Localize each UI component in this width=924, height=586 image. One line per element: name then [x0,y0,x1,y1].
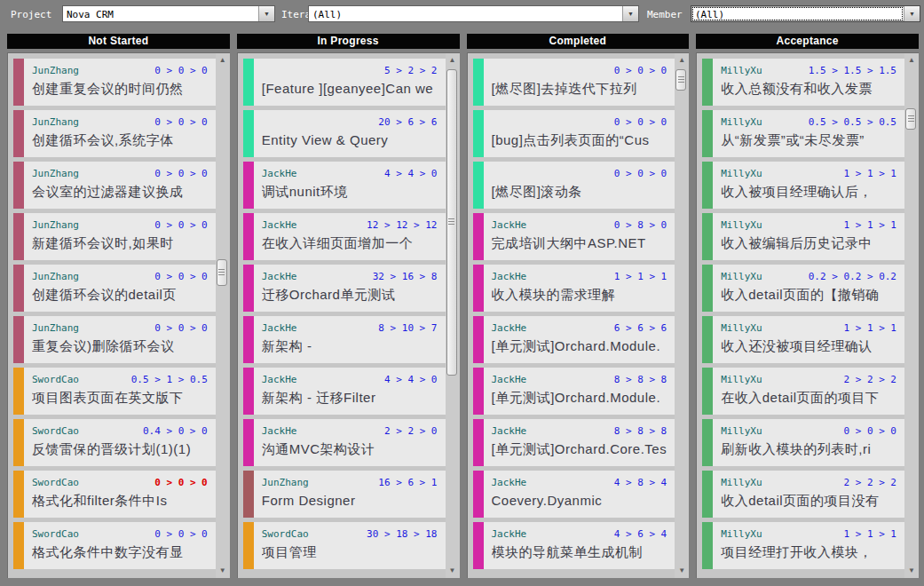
kanban-card[interactable]: SwordCao 0 > 0 > 0 格式化条件中数字没有显 [13,522,216,569]
kanban-card[interactable]: MillyXu 0.5 > 0.5 > 0.5 从“新发票”或“未尽发票” [702,110,904,157]
column-scrollbar[interactable]: ▲▼ [904,53,919,578]
card-assignee: JackHe [262,374,297,385]
scroll-down-arrow-icon[interactable]: ▼ [446,566,460,576]
scroll-down-arrow-icon[interactable]: ▼ [216,566,230,576]
kanban-card[interactable]: JackHe 4 > 8 > 4 Coevery.Dyanmic [473,471,675,518]
card-priority-stripe [702,59,713,106]
card-title: [bug]点击列表页面的“Cus [492,132,667,149]
kanban-card[interactable]: SwordCao 0 > 0 > 0 格式化和filter条件中Is [13,471,216,518]
card-body: JunZhang 0 > 0 > 0 重复会议)删除循环会议 [24,316,216,363]
kanban-card[interactable]: JackHe 8 > 8 > 8 [单元测试]Orchard.Module. [473,368,675,415]
scroll-up-arrow-icon[interactable]: ▲ [216,55,230,66]
scroll-up-arrow-icon[interactable]: ▲ [904,55,919,66]
kanban-card[interactable]: MillyXu 0.2 > 0.2 > 0.2 收入detail页面的【撤销确 [702,265,904,312]
card-priority-stripe [473,110,484,157]
kanban-card[interactable]: JackHe 8 > 10 > 7 新架构 - [243,316,446,363]
card-body: JackHe 0 > 8 > 0 完成培训大纲中ASP.NET [484,213,675,260]
kanban-card[interactable]: JackHe 4 > 4 > 0 新架构 - 迁移Filter [243,368,446,415]
kanban-card[interactable]: MillyXu 2 > 2 > 2 收入detail页面的项目没有 [702,471,904,518]
card-priority-stripe [473,419,484,466]
column-scrollbar[interactable]: ▲▼ [446,53,460,578]
iteration-select-value[interactable]: (All) [309,6,622,21]
card-priority-stripe [702,213,713,260]
kanban-card[interactable]: 20 > 6 > 6 Entity View & Query [243,110,446,157]
kanban-card[interactable]: SwordCao 0.5 > 1 > 0.5 项目图表页面在英文版下 [13,368,216,415]
kanban-card[interactable]: MillyXu 0 > 0 > 0 刷新收入模块的列表时,ri [702,419,904,466]
kanban-card[interactable]: 0 > 0 > 0 [bug]点击列表页面的“Cus [473,110,675,157]
card-title: [单元测试]Orchard.Module. [492,338,667,355]
kanban-card[interactable]: MillyXu 1 > 1 > 1 项目经理打开收入模块， [702,522,904,569]
card-assignee: JackHe [262,322,297,334]
kanban-card[interactable]: JackHe 1 > 1 > 1 收入模块的需求理解 [473,265,675,312]
scrollbar-grip-icon [678,76,684,84]
card-top-row: JunZhang 0 > 0 > 0 [32,219,208,231]
card-priority-stripe [473,471,484,518]
kanban-card[interactable]: MillyXu 1 > 1 > 1 收入还没被项目经理确认 [702,316,904,363]
card-title: [Feature ][geanyee]Can we [262,81,438,96]
scrollbar-thumb[interactable] [675,69,686,91]
column-scrollbar[interactable]: ▲▼ [675,53,689,578]
kanban-card[interactable]: JackHe 0 > 8 > 0 完成培训大纲中ASP.NET [473,213,675,260]
column-scrollbar[interactable]: ▲▼ [216,53,230,578]
card-body: SwordCao 30 > 18 > 18 项目管理 [254,522,446,569]
card-title: 完成培训大纲中ASP.NET [492,235,667,252]
kanban-card[interactable]: 5 > 2 > 2 [Feature ][geanyee]Can we [243,59,446,106]
kanban-card[interactable]: MillyXu 1 > 1 > 1 收入被项目经理确认后， [702,162,904,209]
card-priority-stripe [243,110,254,157]
kanban-card[interactable]: JunZhang 0 > 0 > 0 创建重复会议的时间仍然 [13,59,216,106]
scrollbar-thumb[interactable] [217,259,227,286]
card-title: [单元测试]Orchard.Core.Tes [492,441,667,458]
kanban-card[interactable]: JunZhang 0 > 0 > 0 重复会议)删除循环会议 [13,316,216,363]
card-body: JunZhang 0 > 0 > 0 创建重复会议的时间仍然 [24,59,216,106]
card-body: JunZhang 16 > 6 > 1 Form Designer [254,471,446,518]
kanban-card[interactable]: MillyXu 1 > 1 > 1 收入被编辑后历史记录中 [702,213,904,260]
kanban-card[interactable]: JackHe 4 > 4 > 0 调试nunit环境 [243,162,446,209]
kanban-card[interactable]: JackHe 2 > 2 > 0 沟通MVC架构设计 [243,419,446,466]
kanban-card[interactable]: JackHe 6 > 6 > 6 [单元测试]Orchard.Module. [473,316,675,363]
kanban-card[interactable]: JackHe 8 > 8 > 8 [单元测试]Orchard.Core.Tes [473,419,675,466]
card-body: JackHe 4 > 8 > 4 Coevery.Dyanmic [484,471,675,518]
scrollbar-thumb[interactable] [905,108,916,130]
card-title: 新架构 - 迁移Filter [262,390,438,407]
kanban-card[interactable]: JunZhang 0 > 0 > 0 新建循环会议时,如果时 [13,213,216,260]
kanban-card[interactable]: MillyXu 2 > 2 > 2 在收入detail页面的项目下 [702,368,904,415]
kanban-card[interactable]: JackHe 12 > 12 > 12 在收入详细页面增加一个 [243,213,446,260]
kanban-card[interactable]: JunZhang 0 > 0 > 0 创建循环会议的detail页 [13,265,216,312]
project-select[interactable]: Nova CRM ▼ [62,5,275,22]
iteration-select[interactable]: (All) ▼ [308,5,639,22]
kanban-card[interactable]: SwordCao 30 > 18 > 18 项目管理 [243,522,446,569]
card-body: JunZhang 0 > 0 > 0 创建循环会议的detail页 [24,265,216,312]
member-select[interactable]: (All) ▼ [691,5,920,22]
scroll-up-arrow-icon[interactable]: ▲ [675,55,689,66]
card-assignee: SwordCao [262,528,309,540]
card-body: MillyXu 2 > 2 > 2 收入detail页面的项目没有 [713,471,904,518]
card-priority-stripe [473,265,484,312]
kanban-card[interactable]: 0 > 0 > 0 [燃尽图]滚动条 [473,162,675,209]
kanban-card[interactable]: JackHe 4 > 6 > 4 模块的导航菜单生成机制 [473,522,675,569]
scroll-down-arrow-icon[interactable]: ▼ [904,566,919,576]
kanban-card[interactable]: JunZhang 0 > 0 > 0 会议室的过滤器建议换成 [13,162,216,209]
kanban-card[interactable]: 0 > 0 > 0 [燃尽图]去掉迭代下拉列 [473,59,675,106]
kanban-card[interactable]: JackHe 32 > 16 > 8 迁移Orchard单元测试 [243,265,446,312]
dropdown-arrow-icon[interactable]: ▼ [904,6,920,21]
dropdown-arrow-icon[interactable]: ▼ [258,6,274,21]
card-list: MillyXu 1.5 > 1.5 > 1.5 收入总额没有和收入发票 Mill… [697,53,904,578]
scroll-down-arrow-icon[interactable]: ▼ [675,566,689,576]
card-assignee: MillyXu [721,322,762,334]
scroll-up-arrow-icon[interactable]: ▲ [446,55,460,66]
scrollbar-thumb[interactable] [446,69,457,376]
kanban-card[interactable]: SwordCao 0.4 > 0 > 0 反馈雷保的晋级计划(1)(1) [13,419,216,466]
card-body: JunZhang 0 > 0 > 0 创建循环会议,系统字体 [24,110,216,157]
card-top-row: JackHe 4 > 4 > 0 [262,374,438,385]
project-select-value[interactable]: Nova CRM [63,6,258,21]
kanban-card[interactable]: JunZhang 0 > 0 > 0 创建循环会议,系统字体 [13,110,216,157]
kanban-card[interactable]: JunZhang 16 > 6 > 1 Form Designer [243,471,446,518]
member-select-value[interactable]: (All) [691,6,904,21]
card-title: 从“新发票”或“未尽发票” [721,132,896,149]
kanban-card[interactable]: MillyXu 1.5 > 1.5 > 1.5 收入总额没有和收入发票 [702,59,904,106]
member-label: Member [647,9,683,20]
card-effort-metrics: 0 > 0 > 0 [614,116,667,128]
dropdown-arrow-icon[interactable]: ▼ [622,6,638,21]
card-priority-stripe [473,213,484,260]
card-assignee: JunZhang [32,322,79,334]
